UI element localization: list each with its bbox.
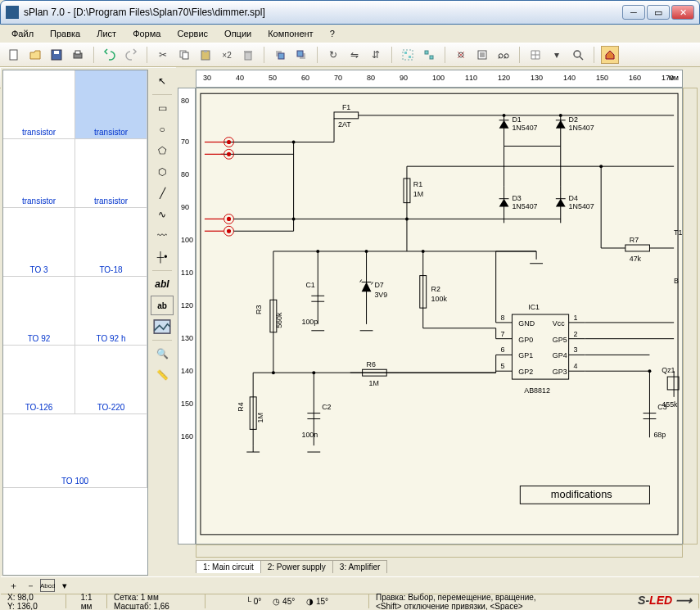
menu-shape[interactable]: Форма — [126, 27, 167, 40]
poly-tool-icon[interactable]: ⬠ — [151, 141, 174, 160]
rect-tool-icon[interactable]: ▭ — [151, 98, 174, 118]
svg-point-243 — [648, 369, 651, 373]
zoom-tool-icon[interactable]: 🔍 — [151, 344, 174, 364]
open-icon[interactable] — [26, 46, 44, 64]
svg-text:3: 3 — [574, 346, 578, 354]
duplicate-icon[interactable]: ×2 — [218, 46, 236, 64]
menu-options[interactable]: Опции — [218, 27, 258, 40]
measure-tool-icon[interactable]: 📏 — [151, 365, 174, 385]
paste-icon[interactable] — [196, 46, 215, 64]
textlabel-tool-icon[interactable]: abI — [151, 274, 174, 294]
menu-file[interactable]: Файл — [5, 27, 40, 40]
copy-icon[interactable] — [175, 46, 193, 64]
print-icon[interactable] — [69, 46, 87, 64]
lib-item-to18[interactable]: QBCY 58BOTTOM VIEWTO-18 — [75, 208, 147, 277]
maximize-button[interactable]: ▭ — [647, 5, 670, 20]
svg-text:R1: R1 — [413, 180, 422, 188]
mirror-h-icon[interactable]: ⇋ — [345, 46, 364, 64]
tab-1[interactable]: 1: Main circuit — [196, 560, 261, 573]
back-icon[interactable] — [292, 46, 310, 64]
select-tool-icon[interactable]: ↖ — [151, 71, 174, 91]
svg-text:D1: D1 — [512, 115, 521, 124]
snap-icon[interactable] — [452, 46, 470, 64]
redo-icon[interactable] — [122, 46, 140, 64]
grid-icon[interactable] — [526, 46, 544, 64]
svg-point-141 — [559, 114, 562, 117]
lib-item-to92[interactable]: E B CTO 92 — [3, 277, 75, 346]
svg-text:1N5407: 1N5407 — [512, 124, 537, 132]
close-button[interactable]: ✕ — [671, 5, 694, 20]
lib-item-to100[interactable]: TO 100 top viewTO 100 — [3, 414, 147, 488]
cap-C1: C1100p — [301, 251, 324, 331]
chevron-down-icon[interactable]: ▾ — [57, 579, 72, 592]
list-icon[interactable] — [473, 46, 491, 64]
svg-text:1: 1 — [574, 314, 578, 322]
zoom-out-icon[interactable]: － — [23, 579, 38, 592]
status-angles: └ 0° ◷ 45° ◑ 15° — [205, 594, 369, 608]
library-panel: transistor transistor transistor transis… — [2, 70, 148, 576]
zoom-icon[interactable] — [569, 46, 587, 64]
vertical-scrollbar[interactable] — [683, 88, 698, 544]
tab-2[interactable]: 2: Power supply — [260, 560, 333, 573]
svg-text:GP2: GP2 — [518, 368, 533, 376]
svg-text:560k: 560k — [275, 312, 283, 328]
svg-text:B: B — [674, 277, 679, 285]
abcd-icon[interactable]: Abcd — [40, 579, 55, 592]
svg-point-168 — [316, 250, 319, 253]
svg-point-175 — [365, 250, 368, 253]
lib-item-transistor-3[interactable]: transistor — [3, 139, 75, 208]
image-tool-icon[interactable] — [151, 317, 174, 337]
bezier-tool-icon[interactable]: 〰 — [151, 226, 174, 246]
lib-item-transistor-4[interactable]: transistor — [75, 139, 147, 208]
lib-item-transistor-2[interactable]: transistor — [75, 70, 147, 139]
menu-sheet[interactable]: Лист — [90, 27, 123, 40]
svg-point-159 — [272, 371, 275, 374]
svg-rect-19 — [430, 56, 433, 59]
menu-component[interactable]: Компонент — [261, 27, 319, 40]
undo-icon[interactable] — [101, 46, 119, 64]
rotate-icon[interactable]: ↻ — [324, 46, 342, 64]
circle-tool-icon[interactable]: ○ — [151, 120, 174, 139]
mirror-v-icon[interactable]: ⇵ — [367, 46, 385, 64]
search-icon[interactable]: ⌕⌕ — [495, 46, 513, 64]
menu-help[interactable]: ? — [323, 27, 341, 40]
svg-rect-17 — [409, 56, 411, 58]
group-icon[interactable] — [399, 46, 417, 64]
lib-item-to220[interactable]: TO-220 — [75, 346, 147, 414]
menu-service[interactable]: Сервис — [170, 27, 215, 40]
diode-D3: D31N5407 — [499, 187, 538, 223]
front-icon[interactable] — [271, 46, 289, 64]
lib-item-to3[interactable]: Q2N 3055BOTTOM VIEWTO 3 — [3, 208, 75, 277]
svg-point-139 — [292, 217, 296, 220]
tab-3[interactable]: 3: Amplifier — [332, 560, 387, 573]
dropdown-icon[interactable]: ▾ — [548, 46, 566, 64]
save-icon[interactable] — [47, 46, 65, 64]
svg-text:F1: F1 — [342, 103, 350, 111]
horizontal-scrollbar[interactable] — [196, 544, 683, 558]
svg-text:Vcc: Vcc — [553, 319, 565, 328]
schematic-canvas[interactable]: F1 2AT D11N5407 D21N5407 D31N5407 — [196, 88, 683, 544]
menu-edit[interactable]: Правка — [43, 27, 87, 40]
svg-text:R7: R7 — [630, 236, 639, 244]
special-shape-icon[interactable]: ⬡ — [151, 162, 174, 182]
textblock-tool-icon[interactable]: ab — [151, 296, 174, 315]
home-icon[interactable] — [601, 46, 619, 64]
svg-text:C2: C2 — [322, 403, 331, 411]
ungroup-icon[interactable] — [420, 46, 438, 64]
lib-item-to92h[interactable]: I R OTO 92 h — [75, 277, 147, 346]
cut-icon[interactable]: ✂ — [154, 46, 172, 64]
resistor-R1: R11M — [404, 166, 423, 219]
lib-item-transistor-1[interactable]: transistor — [3, 70, 75, 139]
zoom-in-icon[interactable]: ＋ — [6, 579, 20, 592]
svg-rect-4 — [75, 51, 80, 54]
curve-tool-icon[interactable]: ∿ — [151, 205, 174, 224]
minimize-button[interactable]: ─ — [622, 5, 645, 20]
new-icon[interactable] — [5, 46, 23, 64]
junction-tool-icon[interactable]: ┼• — [151, 247, 174, 267]
line-tool-icon[interactable]: ╱ — [151, 183, 174, 203]
svg-text:1N5407: 1N5407 — [569, 202, 594, 210]
svg-rect-231 — [625, 245, 650, 251]
delete-icon[interactable] — [239, 46, 257, 64]
lib-item-to126[interactable]: TO-126 — [3, 346, 75, 414]
ruler-corner — [178, 70, 196, 88]
